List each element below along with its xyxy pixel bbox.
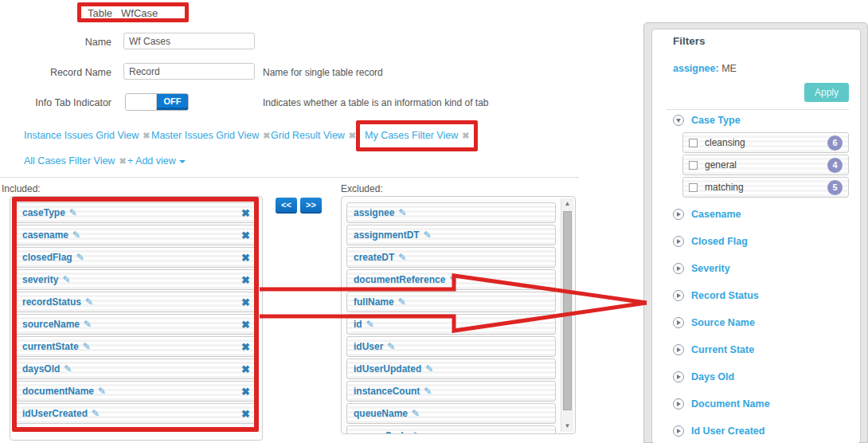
expand-circle-icon[interactable] xyxy=(673,290,684,301)
filter-section-days-old[interactable]: Days Old xyxy=(673,371,849,382)
edit-pencil-icon[interactable]: ✎ xyxy=(85,296,93,308)
expand-circle-icon[interactable] xyxy=(673,236,684,247)
included-item[interactable]: currentState✎✖ xyxy=(15,336,257,357)
edit-pencil-icon[interactable]: ✎ xyxy=(69,207,77,218)
excluded-item[interactable]: instanceCount✎ xyxy=(346,381,556,402)
edit-pencil-icon[interactable]: ✎ xyxy=(72,229,80,241)
edit-pencil-icon[interactable]: ✎ xyxy=(387,341,395,352)
remove-field-icon[interactable]: ✖ xyxy=(241,207,250,219)
included-item[interactable]: caseType✎✖ xyxy=(15,202,257,223)
included-item[interactable]: idUserCreated✎✖ xyxy=(15,403,257,424)
apply-button[interactable]: Apply xyxy=(804,83,849,102)
excluded-item[interactable]: queueName✎ xyxy=(346,403,556,424)
collapse-circle-icon[interactable] xyxy=(673,115,684,126)
included-item[interactable]: severity✎✖ xyxy=(15,269,257,290)
filter-section-current-state[interactable]: Current State xyxy=(673,344,849,355)
scrollbar[interactable]: ▲ ▼ xyxy=(561,198,573,432)
remove-field-icon[interactable]: ✖ xyxy=(241,274,250,286)
filter-section-case-type[interactable]: Case Type xyxy=(673,115,849,126)
checkbox[interactable] xyxy=(689,183,698,192)
tab-close-icon[interactable]: ✖ xyxy=(462,131,469,140)
expand-circle-icon[interactable] xyxy=(673,344,684,355)
add-view-button[interactable]: + Add view xyxy=(127,155,186,167)
tab-close-icon[interactable]: ✖ xyxy=(143,131,150,140)
expand-circle-icon[interactable] xyxy=(673,398,684,410)
tab-my-cases-filter-view[interactable]: My Cases Filter View✖ xyxy=(365,130,469,141)
tab-close-icon[interactable]: ✖ xyxy=(349,131,356,140)
filter-option-cleansing[interactable]: cleansing 6 xyxy=(682,132,849,153)
tab-close-icon[interactable]: ✖ xyxy=(263,131,270,140)
edit-pencil-icon[interactable]: ✎ xyxy=(424,386,432,397)
edit-pencil-icon[interactable]: ✎ xyxy=(83,341,91,352)
expand-circle-icon[interactable] xyxy=(673,317,684,328)
checkbox[interactable] xyxy=(689,139,698,147)
checkbox[interactable] xyxy=(689,161,698,170)
scrollbar-thumb[interactable] xyxy=(563,211,572,410)
remove-field-icon[interactable]: ✖ xyxy=(241,408,250,420)
scroll-down-icon[interactable]: ▼ xyxy=(565,421,571,432)
edit-pencil-icon[interactable]: ✎ xyxy=(62,274,70,285)
edit-pencil-icon[interactable]: ✎ xyxy=(76,252,84,263)
filter-section-severity[interactable]: Severity xyxy=(673,263,849,274)
included-item[interactable]: sourceName✎✖ xyxy=(15,314,257,335)
remove-field-icon[interactable]: ✖ xyxy=(241,252,250,264)
edit-pencil-icon[interactable]: ✎ xyxy=(398,296,406,308)
included-item[interactable]: casename✎✖ xyxy=(15,225,257,245)
expand-circle-icon[interactable] xyxy=(673,209,684,220)
excluded-item[interactable]: assignee✎ xyxy=(346,202,556,223)
expand-circle-icon[interactable] xyxy=(673,425,684,437)
filter-section-document-name[interactable]: Document Name xyxy=(673,398,849,410)
included-item[interactable]: documentName✎✖ xyxy=(15,381,257,402)
expand-circle-icon[interactable] xyxy=(673,371,684,382)
scroll-up-icon[interactable]: ▲ xyxy=(565,198,571,210)
excluded-item[interactable]: reasonCode✎ xyxy=(346,425,556,434)
remove-field-icon[interactable]: ✖ xyxy=(241,386,250,398)
expand-circle-icon[interactable] xyxy=(673,263,684,274)
remove-field-icon[interactable]: ✖ xyxy=(241,229,250,241)
excluded-item[interactable]: fullName✎ xyxy=(346,292,556,312)
tab-close-icon[interactable]: ✖ xyxy=(119,156,126,166)
edit-pencil-icon[interactable]: ✎ xyxy=(412,408,420,419)
excluded-item[interactable]: documentReference✎ xyxy=(346,269,556,290)
edit-pencil-icon[interactable]: ✎ xyxy=(424,229,432,241)
filter-section-record-status[interactable]: Record Status xyxy=(673,290,849,301)
filter-section-casename[interactable]: Casename xyxy=(673,209,849,220)
included-item[interactable]: recordStatus✎✖ xyxy=(15,292,257,312)
edit-pencil-icon[interactable]: ✎ xyxy=(366,319,374,330)
remove-field-icon[interactable]: ✖ xyxy=(241,341,250,353)
info-tab-indicator-toggle[interactable]: OFF xyxy=(125,93,189,111)
move-to-included-button[interactable]: << xyxy=(276,198,297,214)
included-item[interactable]: daysOld✎✖ xyxy=(15,359,257,379)
filter-section-closed-flag[interactable]: Closed Flag xyxy=(673,236,849,247)
excluded-item[interactable]: createDT✎ xyxy=(346,247,556,268)
name-input[interactable] xyxy=(123,33,255,49)
edit-pencil-icon[interactable]: ✎ xyxy=(92,408,100,419)
excluded-item[interactable]: idUserUpdated✎ xyxy=(346,359,556,379)
excluded-item[interactable]: id✎ xyxy=(346,314,556,335)
edit-pencil-icon[interactable]: ✎ xyxy=(412,430,420,434)
edit-pencil-icon[interactable]: ✎ xyxy=(64,363,72,374)
included-item[interactable]: closedFlag✎✖ xyxy=(15,247,257,268)
record-name-input[interactable] xyxy=(123,63,255,80)
filter-section-source-name[interactable]: Source Name xyxy=(673,317,849,328)
excluded-item[interactable]: assignmentDT✎ xyxy=(346,225,556,245)
edit-pencil-icon[interactable]: ✎ xyxy=(449,274,457,285)
tab-master-issues-grid-view[interactable]: Master Issues Grid View✖ xyxy=(151,130,270,141)
edit-pencil-icon[interactable]: ✎ xyxy=(98,386,106,397)
tab-all-cases-filter-view[interactable]: All Cases Filter View✖ xyxy=(24,155,127,167)
tab-instance-issues-grid-view[interactable]: Instance Issues Grid View✖ xyxy=(24,130,151,141)
filter-option-matching[interactable]: matching 5 xyxy=(682,177,849,198)
filter-section-id-user-created[interactable]: Id User Created xyxy=(673,425,849,437)
filter-section-label: Id User Created xyxy=(691,425,764,437)
edit-pencil-icon[interactable]: ✎ xyxy=(425,363,433,374)
edit-pencil-icon[interactable]: ✎ xyxy=(398,252,406,263)
remove-field-icon[interactable]: ✖ xyxy=(241,296,250,308)
excluded-item[interactable]: idUser✎ xyxy=(346,336,556,357)
filter-option-general[interactable]: general 4 xyxy=(682,155,849,175)
edit-pencil-icon[interactable]: ✎ xyxy=(398,207,406,218)
edit-pencil-icon[interactable]: ✎ xyxy=(84,319,92,330)
remove-field-icon[interactable]: ✖ xyxy=(241,363,250,375)
tab-grid-result-view[interactable]: Grid Result View✖ xyxy=(271,130,356,141)
move-to-excluded-button[interactable]: >> xyxy=(300,198,322,214)
remove-field-icon[interactable]: ✖ xyxy=(241,319,250,331)
